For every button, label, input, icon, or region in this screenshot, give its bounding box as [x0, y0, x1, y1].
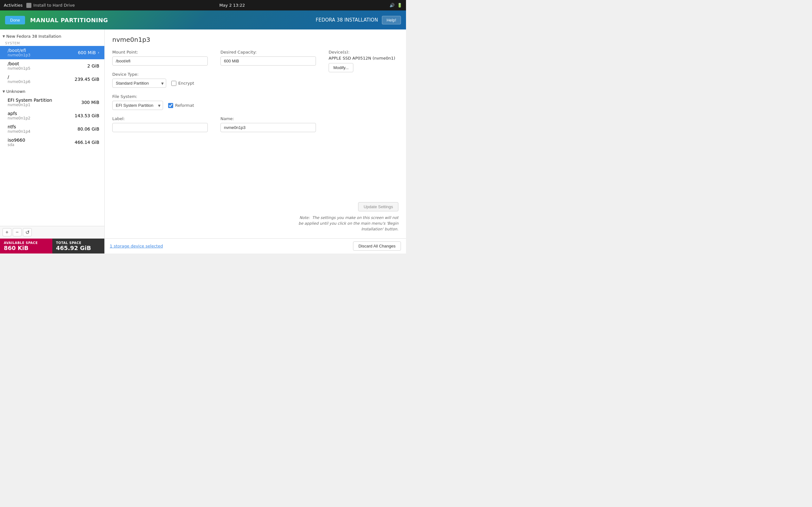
reformat-label-text: Reformat: [175, 103, 194, 108]
partition-name-ntfs: ntfs: [8, 124, 31, 129]
total-space-value: 465.92 GiB: [56, 245, 101, 251]
partition-item-boot[interactable]: /boot nvme0n1p5 2 GiB: [0, 59, 104, 72]
datetime: May 2 13:22: [219, 3, 245, 8]
new-fedora-label: New Fedora 38 Installation: [6, 34, 61, 39]
device-type-row: Standard Partition LVM LVM Thin Provisio…: [112, 78, 316, 88]
unknown-label: Unknown: [6, 89, 26, 94]
available-space: AVAILABLE SPACE 860 KiB: [0, 239, 52, 253]
fedora-label: FEDORA 38 INSTALLATION: [316, 17, 378, 23]
label-group: Label:: [112, 116, 208, 132]
filesystem-label: File System:: [112, 94, 316, 99]
update-settings-button[interactable]: Update Settings: [358, 202, 398, 211]
reformat-checkbox[interactable]: [168, 103, 173, 108]
storage-device-link[interactable]: 1 storage device selected: [110, 244, 163, 248]
partition-item-efi-system[interactable]: EFI System Partition nvme0n1p1 300 MiB: [0, 96, 104, 109]
right-panel: nvme0n1p3 Mount Point: Desired Capacity:: [105, 30, 406, 238]
devices-label: Device(s):: [328, 50, 398, 55]
name-field-label: Name:: [220, 116, 316, 121]
bottom-actions: Update Settings Note: The settings you m…: [112, 196, 398, 232]
device-type-label: Device Type:: [112, 72, 316, 77]
device-type-section: Device Type: Standard Partition LVM LVM …: [112, 72, 316, 88]
desired-capacity-label: Desired Capacity:: [220, 50, 316, 55]
partition-device-boot-efi: nvme0n1p3: [8, 53, 31, 57]
app-title-label: Install to Hard Drive: [33, 3, 74, 8]
name-group: Name:: [220, 116, 316, 132]
activities-button[interactable]: Activities: [4, 3, 22, 8]
remove-partition-button[interactable]: −: [13, 228, 21, 236]
partition-name-boot-efi: /boot/efi: [8, 48, 31, 53]
total-space-label: TOTAL SPACE: [56, 241, 101, 245]
list-toolbar: + − ↺: [0, 226, 104, 238]
partition-name-apfs: apfs: [8, 111, 31, 116]
new-fedora-header[interactable]: ▼ New Fedora 38 Installation: [0, 32, 104, 41]
mount-point-group: Mount Point:: [112, 50, 208, 66]
space-info: AVAILABLE SPACE 860 KiB TOTAL SPACE 465.…: [0, 239, 105, 253]
partition-name-iso9660: iso9660: [8, 137, 25, 143]
available-space-value: 860 KiB: [4, 245, 49, 251]
partition-name-boot: /boot: [8, 61, 31, 66]
reformat-checkbox-label[interactable]: Reformat: [168, 103, 194, 108]
volume-icon: 🔊: [390, 3, 395, 8]
available-space-label: AVAILABLE SPACE: [4, 241, 49, 245]
app-icon: [26, 3, 32, 8]
total-space: TOTAL SPACE 465.92 GiB: [52, 239, 105, 253]
partition-list: ▼ New Fedora 38 Installation SYSTEM /boo…: [0, 30, 104, 226]
discard-all-changes-button[interactable]: Discard All Changes: [353, 241, 401, 250]
chevron-down-icon: ▼: [3, 35, 5, 38]
partition-size-ntfs: 80.06 GiB: [78, 126, 99, 131]
partition-device-apfs: nvme0n1p2: [8, 116, 31, 120]
mount-point-input[interactable]: [112, 56, 208, 66]
system-section-label: SYSTEM: [0, 41, 104, 46]
partition-item-root[interactable]: / nvme0n1p6 239.45 GiB: [0, 72, 104, 86]
partition-device-root: nvme0n1p6: [8, 79, 31, 84]
encrypt-checkbox-label[interactable]: Encrypt: [171, 81, 194, 86]
detail-left-col: Mount Point: Desired Capacity: Device Ty…: [112, 50, 316, 140]
encrypt-checkbox[interactable]: [171, 81, 176, 86]
device-type-select[interactable]: Standard Partition LVM LVM Thin Provisio…: [112, 78, 166, 88]
partition-item-ntfs[interactable]: ntfs nvme0n1p4 80.06 GiB: [0, 122, 104, 135]
arrow-icon: ›: [98, 50, 99, 55]
filesystem-row: EFI System Partition ext4 xfs btrfs swap…: [112, 101, 316, 110]
detail-columns: Mount Point: Desired Capacity: Device Ty…: [112, 50, 398, 140]
note-text: Note: The settings you make on this scre…: [112, 215, 398, 232]
partition-size-root: 239.45 GiB: [74, 77, 99, 82]
devices-section: Device(s): APPLE SSD AP0512N (nvme0n1) M…: [328, 50, 398, 72]
mount-capacity-row: Mount Point: Desired Capacity:: [112, 50, 316, 66]
battery-icon: 🔋: [397, 3, 402, 8]
new-fedora-group: ▼ New Fedora 38 Installation SYSTEM /boo…: [0, 32, 104, 86]
modify-button[interactable]: Modify...: [328, 63, 353, 72]
unknown-group: ▼ Unknown EFI System Partition nvme0n1p1…: [0, 87, 104, 149]
done-button[interactable]: Done: [5, 16, 25, 24]
filesystem-select[interactable]: EFI System Partition ext4 xfs btrfs swap: [112, 101, 163, 110]
partition-device-ntfs: nvme0n1p4: [8, 129, 31, 134]
partition-device-boot: nvme0n1p5: [8, 66, 31, 71]
page-title: MANUAL PARTITIONING: [30, 17, 108, 23]
refresh-button[interactable]: ↺: [23, 228, 32, 236]
unknown-header[interactable]: ▼ Unknown: [0, 87, 104, 96]
device-type-select-wrapper: Standard Partition LVM LVM Thin Provisio…: [112, 78, 166, 88]
chevron-down-icon-2: ▼: [3, 90, 5, 93]
partition-item-boot-efi[interactable]: /boot/efi nvme0n1p3 600 MiB ›: [0, 46, 104, 59]
top-bar: Activities Install to Hard Drive May 2 1…: [0, 0, 406, 10]
name-input[interactable]: [220, 123, 316, 132]
partition-size-efi-system: 300 MiB: [81, 100, 99, 105]
partition-size-boot: 2 GiB: [87, 63, 99, 68]
main-content: ▼ New Fedora 38 Installation SYSTEM /boo…: [0, 30, 406, 238]
mount-point-label: Mount Point:: [112, 50, 208, 55]
partition-item-apfs[interactable]: apfs nvme0n1p2 143.53 GiB: [0, 109, 104, 122]
filesystem-select-wrapper: EFI System Partition ext4 xfs btrfs swap…: [112, 101, 163, 110]
label-input[interactable]: [112, 123, 208, 132]
top-bar-right: 🔊 🔋: [390, 3, 402, 8]
bottom-bar: AVAILABLE SPACE 860 KiB TOTAL SPACE 465.…: [0, 238, 406, 253]
partition-size-apfs: 143.53 GiB: [74, 113, 99, 118]
left-panel: ▼ New Fedora 38 Installation SYSTEM /boo…: [0, 30, 105, 238]
partition-device-efi-system: nvme0n1p1: [8, 103, 52, 107]
header-bar: Done MANUAL PARTITIONING FEDORA 38 INSTA…: [0, 10, 406, 30]
detail-right-col: Device(s): APPLE SSD AP0512N (nvme0n1) M…: [328, 50, 398, 140]
partition-size-boot-efi: 600 MiB: [78, 50, 96, 55]
help-button[interactable]: Help!: [382, 16, 401, 24]
label-field-label: Label:: [112, 116, 208, 121]
add-partition-button[interactable]: +: [3, 228, 11, 236]
desired-capacity-input[interactable]: [220, 56, 316, 66]
partition-item-iso9660[interactable]: iso9660 sda 466.14 GiB: [0, 135, 104, 149]
